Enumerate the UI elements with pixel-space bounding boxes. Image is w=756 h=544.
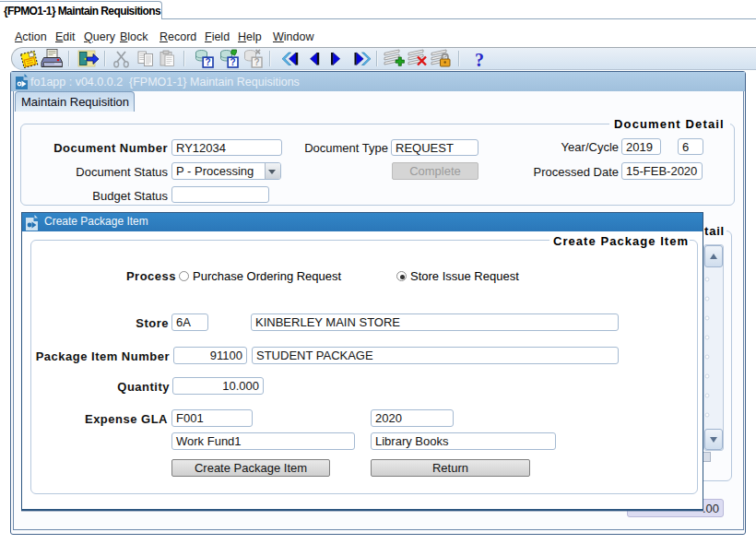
svg-text:?: ? [206,57,211,67]
svg-text:?: ? [230,57,236,67]
svg-text:?: ? [254,57,260,67]
svg-text:?: ? [475,50,484,70]
